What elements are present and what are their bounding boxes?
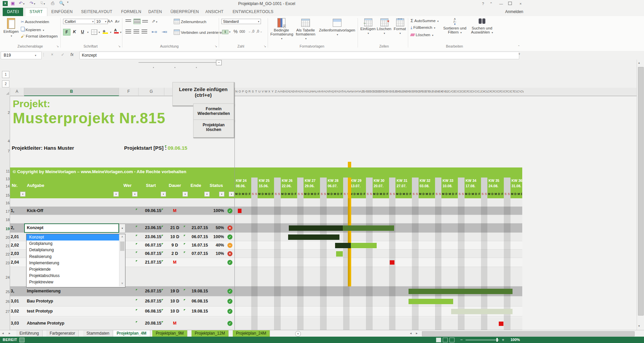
- font-dialog-launcher[interactable]: ↘: [118, 45, 121, 48]
- row-start[interactable]: 21.07.15: [139, 260, 161, 265]
- fill-color-icon[interactable]: ◆: [103, 29, 108, 34]
- column-header-AQ[interactable]: AQ: [330, 88, 333, 95]
- column-header-BR[interactable]: BR: [419, 88, 422, 95]
- column-header-BF[interactable]: BF: [379, 88, 383, 95]
- column-header-U[interactable]: U: [258, 88, 261, 95]
- column-header-AJ[interactable]: AJ: [307, 88, 310, 95]
- outline-level-2-button[interactable]: 2: [2, 80, 9, 87]
- row-dauer[interactable]: 19 D: [164, 289, 185, 293]
- column-header-X[interactable]: X: [268, 88, 271, 95]
- column-header-CT[interactable]: CT: [511, 88, 514, 95]
- row-start[interactable]: 06.07.15: [139, 251, 161, 256]
- column-header-BC[interactable]: BC: [369, 88, 373, 95]
- column-header-CO[interactable]: CO: [494, 88, 497, 95]
- ribbon-tab-start[interactable]: START: [25, 8, 47, 16]
- row-status[interactable]: 50%: [209, 225, 224, 230]
- column-header-AK[interactable]: AK: [310, 88, 314, 95]
- column-header-CB[interactable]: CB: [451, 88, 455, 95]
- minimize-icon[interactable]: —: [497, 1, 505, 7]
- column-header-CM[interactable]: CM: [488, 88, 491, 95]
- dropdown-item-konzept[interactable]: Konzept: [26, 234, 120, 241]
- column-header-CJ[interactable]: CJ: [478, 88, 481, 95]
- column-header-Y[interactable]: Y: [271, 88, 274, 95]
- row-status[interactable]: 100%: [209, 208, 224, 213]
- column-header-CS[interactable]: CS: [507, 88, 511, 95]
- gantt-bar[interactable]: [451, 309, 513, 314]
- borders-caret-icon[interactable]: ▾: [99, 31, 100, 34]
- column-header-CH[interactable]: CH: [471, 88, 475, 95]
- font-size-select[interactable]: 10▾: [95, 19, 108, 24]
- find-select-button[interactable]: Suchen undAuswählen ▾: [469, 17, 495, 34]
- row-start[interactable]: 23.06.15: [139, 225, 161, 230]
- column-header-BD[interactable]: BD: [373, 88, 376, 95]
- column-header-CF[interactable]: CF: [465, 88, 468, 95]
- zoom-out-icon[interactable]: −: [460, 337, 463, 342]
- column-header-Z[interactable]: Z: [274, 88, 277, 95]
- column-header-BV[interactable]: BV: [432, 88, 435, 95]
- italic-button[interactable]: K: [71, 29, 78, 35]
- column-header-CA[interactable]: CA: [448, 88, 451, 95]
- row-header-11[interactable]: 11: [0, 169, 11, 173]
- row-dauer[interactable]: 9 D: [164, 243, 185, 248]
- column-header-AV[interactable]: AV: [346, 88, 350, 95]
- sheet-tab-projektplan_9m[interactable]: Projektplan_9M: [152, 330, 187, 337]
- column-header-BN[interactable]: BN: [406, 88, 409, 95]
- increase-decimal-icon[interactable]: ←,0: [248, 29, 254, 33]
- filter-dropdown-icon[interactable]: ▾: [20, 192, 25, 197]
- align-center-icon[interactable]: [133, 29, 139, 34]
- row-ende[interactable]: 21.07.15: [186, 225, 208, 230]
- project-start-value[interactable]: 09.06.15: [168, 145, 187, 151]
- align-right-icon[interactable]: [142, 29, 147, 34]
- increase-font-icon[interactable]: A˄: [107, 19, 113, 24]
- row-dauer[interactable]: M: [164, 260, 185, 265]
- column-header-CI[interactable]: CI: [474, 88, 478, 95]
- row-dauer[interactable]: M: [164, 208, 185, 213]
- column-header-BT[interactable]: BT: [425, 88, 429, 95]
- column-header-Q[interactable]: Q: [245, 88, 248, 95]
- row-header-23[interactable]: 23: [0, 261, 11, 265]
- row-task[interactable]: Abnahme Prototyp: [27, 321, 64, 326]
- insert-function-icon[interactable]: fx: [70, 52, 73, 57]
- row-dauer[interactable]: 21 D: [164, 225, 185, 230]
- sheet-tab-projektplan_24m[interactable]: Projektplan_24M: [233, 330, 270, 337]
- ribbon-tab-seitenlayout[interactable]: SEITENLAYOUT: [77, 8, 117, 16]
- dropdown-item-grobplanung[interactable]: Grobplanung: [26, 241, 120, 247]
- macro-record-icon[interactable]: [19, 338, 24, 342]
- row-header-27[interactable]: 27: [0, 310, 11, 314]
- underline-caret-icon[interactable]: ▾: [87, 31, 89, 34]
- gantt-bar[interactable]: [335, 243, 351, 248]
- new-sheet-icon[interactable]: +: [295, 331, 301, 337]
- column-header-O[interactable]: O: [238, 88, 241, 95]
- column-header-CW[interactable]: CW: [520, 88, 524, 95]
- collapse-ribbon-icon[interactable]: ⌃: [518, 45, 520, 48]
- cell-dropdown-icon[interactable]: ▾: [119, 224, 125, 233]
- dropdown-scroll-thumb[interactable]: [120, 242, 124, 251]
- column-header-P[interactable]: P: [241, 88, 245, 95]
- copy-button[interactable]: Kopieren ▾: [21, 27, 44, 32]
- column-header-AP[interactable]: AP: [327, 88, 330, 95]
- row-header-15[interactable]: 15: [0, 193, 11, 197]
- filter-dropdown-icon[interactable]: ▾: [132, 192, 138, 197]
- sheet-tab-einführung[interactable]: Einführung: [16, 330, 43, 337]
- column-header-F[interactable]: F: [119, 88, 139, 95]
- touch-mode-icon[interactable]: ☟▾: [40, 1, 45, 6]
- row-start[interactable]: 26.07.15: [139, 299, 161, 303]
- align-top-icon[interactable]: [125, 19, 131, 23]
- column-header-AR[interactable]: AR: [333, 88, 337, 95]
- row-dauer[interactable]: M: [164, 321, 185, 326]
- font-family-select[interactable]: Calibri▾: [63, 19, 95, 24]
- column-header-AE[interactable]: AE: [290, 88, 294, 95]
- ribbon-tab-entwicklertools[interactable]: ENTWICKLERTOOLS: [228, 8, 278, 16]
- conditional-formatting-button[interactable]: ≠ BedingteFormatierung ▾: [270, 17, 292, 40]
- action-button-3[interactable]: Projektplanlöschen: [193, 120, 234, 138]
- row-header-24[interactable]: 24: [0, 275, 11, 279]
- column-header-CD[interactable]: CD: [458, 88, 461, 95]
- column-header-BL[interactable]: BL: [399, 88, 402, 95]
- column-header-CR[interactable]: CR: [504, 88, 507, 95]
- column-header-AG[interactable]: AG: [297, 88, 301, 95]
- row-start[interactable]: 23.06.15: [139, 234, 161, 239]
- sheet-tab-projektplan_12m[interactable]: Projektplan_12M: [192, 330, 229, 337]
- row-dauer[interactable]: 10 D: [164, 309, 185, 314]
- selected-cell-b19[interactable]: Konzept: [24, 223, 119, 233]
- dropdown-item-implementierung[interactable]: Implementierung: [26, 260, 120, 266]
